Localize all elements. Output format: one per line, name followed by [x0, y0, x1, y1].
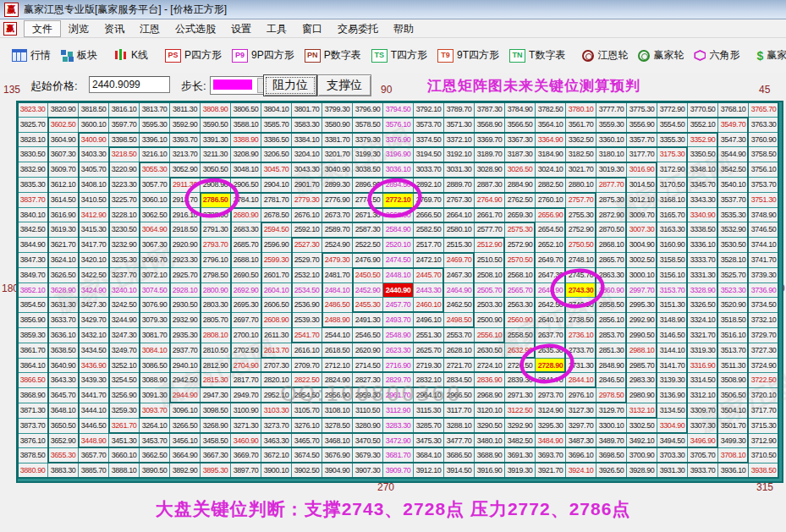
- price-cell: 2959.30: [353, 388, 382, 403]
- price-cell: 2971.30: [505, 388, 535, 403]
- price-cell: 3583.30: [292, 118, 322, 132]
- 9p-square-icon: P9: [232, 49, 248, 63]
- window-title: 赢家江恩专业版[赢家服务平台] - [价格正方形]: [24, 3, 227, 17]
- toolbar-button-9P四方形[interactable]: P99P四方形: [227, 48, 300, 63]
- price-cell: 3153.70: [657, 283, 687, 298]
- price-cell: 2515.30: [444, 238, 474, 252]
- price-cell: 2596.90: [261, 238, 291, 252]
- price-cell: 2644.90: [536, 283, 565, 298]
- price-cell: 2760.10: [536, 193, 565, 207]
- price-cell: 2721.70: [444, 359, 474, 373]
- resistance-button[interactable]: 阻力位: [263, 74, 317, 96]
- price-cell: 3112.90: [383, 403, 413, 418]
- price-cell: 3079.30: [140, 313, 169, 327]
- price-cell: 3643.30: [48, 373, 78, 387]
- price-cell: 3556.90: [627, 118, 657, 132]
- price-cell: 3808.90: [201, 102, 230, 117]
- price-cell: 3199.30: [353, 147, 382, 162]
- price-cell: 2769.70: [414, 193, 443, 207]
- price-cell: 2740.90: [566, 298, 596, 312]
- menu-item-5[interactable]: 设置: [223, 21, 259, 36]
- price-cell: 2661.70: [475, 208, 504, 222]
- price-cell: 2476.90: [353, 253, 382, 267]
- toolbar-button-赢家服务[interactable]: $赢家服务: [751, 48, 786, 63]
- toolbar-label: P数字表: [324, 48, 361, 63]
- price-cell: 3772.90: [657, 102, 687, 117]
- price-cell: 2932.90: [170, 313, 200, 327]
- price-cell: 3405.70: [79, 162, 108, 177]
- price-cell: 2524.90: [322, 238, 352, 252]
- price-cell: 2688.10: [231, 253, 261, 267]
- price-cell: 3067.30: [140, 238, 169, 252]
- price-cell: 3081.70: [140, 328, 169, 343]
- price-cell: 2791.30: [201, 222, 230, 237]
- price-cell: 3794.50: [383, 102, 413, 117]
- step-color-swatch: [213, 80, 252, 90]
- price-cell: 2810.50: [201, 343, 230, 358]
- price-cell: 3036.10: [383, 162, 413, 177]
- price-cell: 3667.30: [201, 448, 230, 463]
- price-cell: 3338.50: [688, 222, 717, 237]
- price-cell: 3614.50: [48, 193, 78, 207]
- price-cell: 3573.70: [414, 118, 443, 132]
- price-cell: 3417.70: [79, 238, 108, 252]
- toolbar-button-江恩轮[interactable]: 江恩轮: [577, 48, 633, 63]
- price-cell: 3727.30: [749, 343, 778, 358]
- price-cell: 3223.30: [109, 178, 139, 192]
- price-cell: 3662.50: [140, 448, 169, 463]
- price-cell: 3220.90: [109, 162, 139, 177]
- toolbar-button-P四方形[interactable]: PSP四方形: [160, 48, 227, 63]
- toolbar-button-赢家轮[interactable]: 赢家轮: [633, 48, 689, 63]
- price-cell: 3847.30: [18, 253, 47, 267]
- start-price-input[interactable]: [89, 76, 170, 93]
- price-cell: 3650.50: [48, 419, 78, 433]
- price-cell: 2452.90: [353, 283, 382, 298]
- toolbar-button-K线[interactable]: K线: [109, 48, 153, 63]
- menu-item-2[interactable]: 资讯: [96, 21, 132, 36]
- price-cell: 2956.90: [322, 388, 352, 403]
- price-cell: 3151.30: [657, 298, 687, 312]
- matrix-heading: 江恩矩阵图未来关键位测算预判: [427, 76, 664, 96]
- price-cell: 3806.50: [231, 102, 261, 117]
- price-cell: 3859.30: [18, 328, 47, 343]
- price-cell: 3441.70: [79, 388, 108, 403]
- toolbar-button-六角形[interactable]: 六角形: [689, 48, 745, 63]
- toolbar-button-行情[interactable]: 行情: [7, 48, 56, 63]
- price-cell: 2580.10: [444, 222, 474, 237]
- price-cell: 3520.90: [718, 298, 748, 312]
- price-cell: 2916.10: [170, 208, 200, 222]
- price-cell: 2448.10: [383, 268, 413, 282]
- price-cell: 3007.30: [627, 222, 657, 237]
- price-cell: 2860.90: [596, 283, 626, 298]
- price-cell: 2863.30: [596, 268, 626, 282]
- menu-item-8[interactable]: 交易委托: [330, 21, 386, 36]
- price-cell: 3237.70: [109, 268, 139, 282]
- price-cell: 3691.30: [505, 448, 535, 463]
- toolbar-button-板块[interactable]: 板块: [56, 48, 102, 63]
- toolbar-label: T四方形: [391, 48, 427, 63]
- price-cell: 2918.50: [170, 222, 200, 237]
- price-cell: 3254.50: [109, 373, 139, 387]
- sectors-icon: [61, 50, 74, 62]
- toolbar-button-T数字表[interactable]: TNT数字表: [504, 48, 570, 63]
- support-button[interactable]: 支撑位: [317, 74, 371, 96]
- menu-item-9[interactable]: 帮助: [386, 21, 421, 36]
- menu-item-4[interactable]: 公式选股: [168, 21, 223, 36]
- price-cell: 3144.10: [657, 343, 687, 358]
- menu-item-1[interactable]: 浏览: [61, 21, 96, 36]
- menu-item-7[interactable]: 窗口: [294, 21, 330, 36]
- price-cell: 2712.10: [322, 359, 352, 373]
- price-cell: 3357.70: [627, 133, 657, 147]
- menu-item-6[interactable]: 工具: [259, 21, 294, 36]
- price-cell: 3616.90: [48, 208, 78, 222]
- angle-label-45: 45: [759, 84, 770, 96]
- price-cell: 3796.90: [353, 102, 382, 117]
- toolbar-button-T四方形[interactable]: TST四方形: [366, 48, 432, 63]
- price-cell: 2464.90: [444, 283, 474, 298]
- price-cell: 3381.70: [322, 133, 352, 147]
- toolbar-button-9T四方形[interactable]: T99T四方形: [432, 48, 504, 63]
- toolbar-button-P数字表[interactable]: PNP数字表: [300, 48, 366, 63]
- menu-item-0[interactable]: 文件: [24, 20, 61, 37]
- price-cell: 3175.30: [657, 147, 687, 162]
- menu-item-3[interactable]: 江恩: [132, 21, 168, 36]
